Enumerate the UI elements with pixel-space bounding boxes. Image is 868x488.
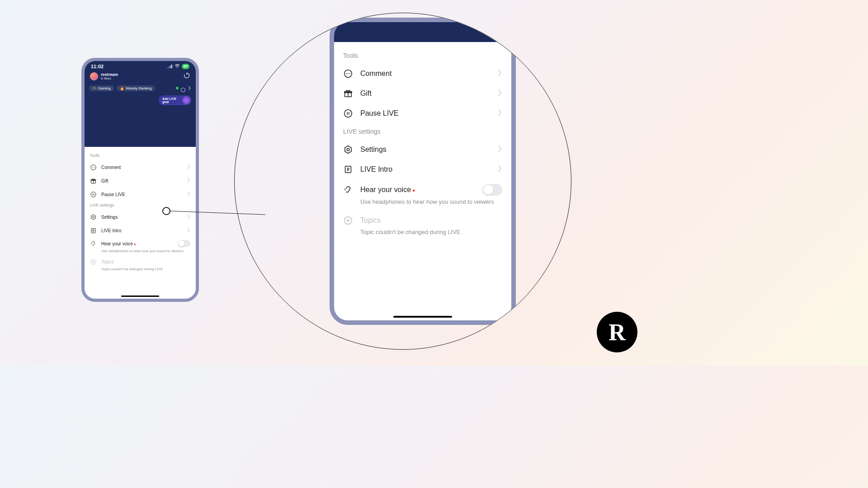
home-indicator[interactable] (121, 296, 159, 297)
row-comment[interactable]: Comment (341, 64, 504, 84)
row-pause[interactable]: Pause LIVE (89, 188, 191, 201)
row-pause[interactable]: Pause LIVE (341, 103, 504, 123)
ear-icon (343, 185, 353, 195)
chevron-right-icon (187, 190, 190, 198)
wifi-icon (175, 64, 180, 69)
profile-likes: 0 likes (101, 77, 118, 80)
power-icon[interactable] (183, 72, 190, 81)
settings-sheet-large: Tools Comment Gift Pause LIVE (334, 42, 511, 312)
phone-screen-large: Tools Comment Gift Pause LIVE (334, 22, 511, 320)
hear-voice-sub: Use headphones to hear how you sound to … (360, 198, 504, 205)
goal-icon (182, 96, 190, 104)
section-tools: Tools (343, 52, 502, 59)
chevron-right-icon[interactable] (188, 84, 191, 92)
row-gift[interactable]: Gift (89, 174, 191, 188)
avatar[interactable] (90, 72, 98, 80)
row-comment[interactable]: Comment (89, 160, 191, 174)
hear-voice-label: Hear your voice● (360, 186, 475, 194)
row-hear-voice: Hear your voice● (89, 237, 191, 250)
comment-icon (90, 164, 97, 171)
chip-ranking[interactable]: 🔥Weekly Ranking (117, 85, 155, 91)
phone-mock-small: 11:02 85 restre (81, 58, 199, 302)
row-settings[interactable]: Settings (341, 140, 504, 160)
chevron-right-icon (497, 69, 502, 78)
new-badge-icon: ● (134, 242, 136, 246)
row-gift[interactable]: Gift (341, 84, 504, 103)
pause-icon (90, 191, 97, 198)
svg-rect-0 (167, 67, 168, 68)
svg-point-9 (92, 167, 93, 168)
chevron-right-icon (187, 213, 190, 221)
settings-icon (90, 214, 97, 221)
gamepad-icon: 🎮 (92, 86, 97, 90)
hear-voice-toggle[interactable] (482, 184, 502, 196)
section-live-settings: LIVE settings (343, 128, 502, 135)
status-time: 11:02 (91, 64, 104, 69)
row-intro[interactable]: LIVE Intro (341, 160, 504, 179)
ear-icon (90, 240, 97, 247)
svg-point-30 (348, 73, 349, 74)
pause-icon (343, 108, 353, 118)
row-topics: Topics (89, 256, 191, 268)
settings-icon (343, 145, 353, 155)
row-intro[interactable]: LIVE Intro (89, 224, 191, 237)
plus-circle-icon (343, 216, 353, 225)
status-bar: 11:02 85 (85, 61, 196, 70)
svg-point-15 (91, 192, 96, 197)
note-icon (90, 227, 97, 234)
plus-circle-icon (90, 258, 97, 265)
chevron-right-icon (497, 109, 502, 118)
note-icon (343, 164, 353, 174)
stream-header-peek (334, 22, 511, 42)
stream-header-area: 11:02 85 restre (85, 61, 196, 147)
live-dot-icon (176, 87, 179, 89)
callout-dot-icon (162, 207, 170, 215)
gift-icon (90, 178, 97, 184)
svg-point-10 (93, 167, 94, 168)
svg-point-11 (94, 167, 95, 168)
restream-logo: R (597, 312, 637, 352)
topics-label: Topics (101, 259, 190, 264)
hear-voice-sub: Use headphones to hear how you sound to … (101, 249, 191, 253)
chevron-right-icon (187, 226, 190, 235)
hear-voice-label: Hear your voice● (101, 241, 173, 246)
chevron-right-icon (497, 165, 502, 174)
topics-sub: Topic couldn't be changed during LIVE (101, 267, 191, 271)
add-live-goal-button[interactable]: Add LIVE goal (159, 95, 191, 105)
svg-rect-3 (171, 65, 172, 68)
goal-row: Add LIVE goal (85, 94, 196, 105)
hear-voice-toggle[interactable] (178, 240, 190, 247)
gift-icon (343, 89, 353, 99)
svg-point-19 (93, 216, 94, 218)
fire-icon: 🔥 (120, 86, 124, 90)
phone-screen: 11:02 85 restre (85, 61, 196, 299)
chevron-right-icon (497, 89, 502, 98)
chevron-right-icon (187, 177, 190, 185)
svg-marker-38 (345, 146, 351, 154)
svg-point-31 (349, 73, 350, 74)
row-settings[interactable]: Settings (89, 210, 191, 224)
svg-point-39 (347, 148, 349, 151)
chevron-right-icon (187, 163, 190, 171)
settings-sheet: Tools Comment Gift Pause LIVE LIVE set (85, 147, 196, 294)
settings-hex-icon[interactable] (181, 86, 185, 90)
status-right: 85 (167, 64, 189, 69)
chevron-right-icon (497, 145, 502, 154)
svg-point-29 (346, 73, 347, 74)
chip-gaming[interactable]: 🎮Gaming (89, 85, 114, 91)
svg-point-4 (177, 67, 178, 68)
row-hear-voice: Hear your voice● (341, 179, 504, 200)
svg-marker-7 (181, 88, 185, 92)
topics-label: Topics (360, 216, 502, 225)
home-indicator[interactable] (393, 316, 452, 318)
phone-mock-large: Tools Comment Gift Pause LIVE (330, 18, 516, 325)
new-badge-icon: ● (412, 188, 415, 193)
section-live-settings: LIVE settings (90, 203, 190, 207)
comment-icon (343, 69, 353, 79)
row-topics: Topics (341, 211, 504, 230)
topics-sub: Topic couldn't be changed during LIVE (360, 229, 504, 235)
chips-row: 🎮Gaming 🔥Weekly Ranking (85, 83, 196, 94)
svg-rect-2 (170, 66, 171, 68)
zoom-circle: Tools Comment Gift Pause LIVE (234, 13, 571, 350)
battery-icon: 85 (182, 64, 189, 69)
